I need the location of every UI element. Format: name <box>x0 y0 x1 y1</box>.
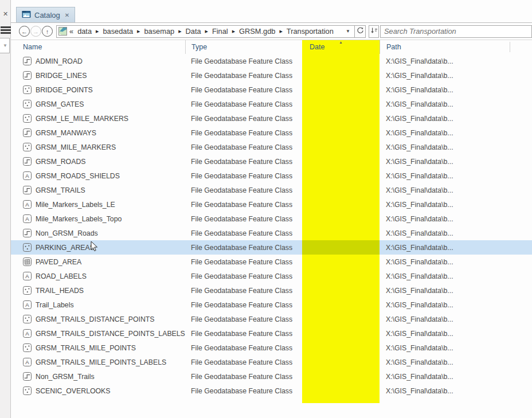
table-row[interactable]: PARKING_AREAS File Geodatabase Feature C… <box>11 240 532 255</box>
column-header-name[interactable]: Name <box>11 40 185 54</box>
table-row[interactable]: BRIDGE_LINES File Geodatabase Feature Cl… <box>11 68 532 83</box>
table-row[interactable]: GRSM_TRAILS_DISTANCE_POINTS File Geodata… <box>11 312 532 326</box>
annotation-feature-class-icon: A <box>23 358 32 366</box>
refresh-icon <box>357 26 364 37</box>
column-header-path[interactable]: Path <box>380 40 532 54</box>
breadcrumb-item[interactable]: data <box>77 27 92 36</box>
line-feature-class-icon <box>23 372 32 381</box>
table-row[interactable]: ATrail_Labels File Geodatabase Feature C… <box>11 298 532 312</box>
svg-text:A: A <box>25 330 29 337</box>
table-row[interactable]: Non_GRSM_Roads File Geodatabase Feature … <box>11 226 532 240</box>
breadcrumb-item[interactable]: Data <box>186 27 201 36</box>
left-dock-strip: ✕ ▼ <box>0 0 11 418</box>
up-button[interactable]: ↑ <box>42 26 53 37</box>
annotation-feature-class-icon: A <box>23 200 32 209</box>
breadcrumb-separator-icon: ▶ <box>279 29 282 34</box>
breadcrumb-item[interactable]: Final <box>212 27 228 36</box>
svg-text:A: A <box>25 173 29 179</box>
search-input[interactable] <box>380 25 532 38</box>
forward-button[interactable]: → <box>30 26 41 37</box>
svg-text:A: A <box>25 201 29 208</box>
column-divider <box>510 42 510 52</box>
breadcrumb-item[interactable]: Transportation <box>287 27 334 36</box>
annotation-feature-class-icon: A <box>23 214 32 223</box>
sort-order-button[interactable] <box>369 25 379 38</box>
menu-icon[interactable] <box>1 26 11 35</box>
annotation-feature-class-icon: A <box>23 329 32 338</box>
svg-text:A: A <box>25 216 29 222</box>
column-header-date[interactable]: Date ▲ <box>302 40 380 54</box>
sort-ascending-icon: ▲ <box>339 40 342 44</box>
line-feature-class-icon <box>23 186 32 194</box>
table-row[interactable]: Non_GRSM_Trails File Geodatabase Feature… <box>11 369 532 384</box>
line-feature-class-icon <box>23 229 32 237</box>
catalog-window: ✕ ▼ Catalog ✕ <box>0 0 532 418</box>
table-row[interactable]: ADMIN_ROAD File Geodatabase Feature Clas… <box>11 54 532 68</box>
polygon-feature-class-icon <box>23 257 32 266</box>
point-feature-class-icon <box>23 315 32 323</box>
svg-text:A: A <box>25 359 29 365</box>
line-feature-class-icon <box>23 128 32 137</box>
chevron-down-icon[interactable]: ▼ <box>346 29 352 34</box>
tab-close-icon[interactable]: ✕ <box>64 12 69 18</box>
annotation-feature-class-icon: A <box>23 300 32 309</box>
point-feature-class-icon <box>23 100 32 108</box>
table-body: ADMIN_ROAD File Geodatabase Feature Clas… <box>11 54 532 398</box>
breadcrumb-items: data▶basedata▶basemap▶Data▶Final▶GRSM.gd… <box>77 27 334 36</box>
line-feature-class-icon <box>23 71 32 80</box>
collapsed-combobox[interactable]: ▼ <box>0 38 10 53</box>
table-row[interactable]: GRSM_TRAILS File Geodatabase Feature Cla… <box>11 183 532 197</box>
breadcrumb-separator-icon: ▶ <box>205 29 208 34</box>
breadcrumb-item[interactable]: basemap <box>144 27 174 36</box>
table-row[interactable]: AGRSM_ROADS_SHIELDS File Geodatabase Fea… <box>11 169 532 183</box>
tab-label: Catalog <box>34 11 60 19</box>
point-feature-class-icon <box>23 243 32 252</box>
mouse-cursor-icon <box>91 241 98 254</box>
back-button[interactable]: ← <box>19 26 30 37</box>
breadcrumb[interactable]: « data▶basedata▶basemap▶Data▶Final▶GRSM.… <box>56 25 355 38</box>
table-row[interactable]: TRAIL_HEADS File Geodatabase Feature Cla… <box>11 283 532 298</box>
table-row[interactable]: AGRSM_TRAILS_DISTANCE_POINTS_LABELS File… <box>11 326 532 341</box>
tab-catalog[interactable]: Catalog ✕ <box>16 7 75 22</box>
breadcrumb-collapse[interactable]: « <box>69 27 73 36</box>
breadcrumb-separator-icon: ▶ <box>232 29 235 34</box>
line-feature-class-icon <box>23 57 32 65</box>
svg-text:A: A <box>25 302 29 308</box>
catalog-icon <box>22 10 31 20</box>
navigation-bar: ← → ↑ « data▶basedata▶basemap▶Data▶Final… <box>11 23 532 40</box>
sort-icon <box>370 26 378 37</box>
table-row[interactable]: GRSM_ROADS File Geodatabase Feature Clas… <box>11 154 532 169</box>
table-row[interactable]: GRSM_MILE_MARKERS File Geodatabase Featu… <box>11 140 532 154</box>
table-row[interactable]: AMile_Markers_Labels_LE File Geodatabase… <box>11 197 532 212</box>
line-feature-class-icon <box>23 157 32 166</box>
refresh-button[interactable] <box>354 25 366 38</box>
table-row[interactable]: PAVED_AREA File Geodatabase Feature Clas… <box>11 255 532 269</box>
table-row[interactable]: BRIDGE_POINTS File Geodatabase Feature C… <box>11 83 532 97</box>
table-row[interactable]: AMile_Markers_Labels_Topo File Geodataba… <box>11 212 532 226</box>
table-row[interactable]: AGRSM_TRAILS_MILE_POINTS_LABELS File Geo… <box>11 355 532 369</box>
table-row[interactable]: GRSM_MANWAYS File Geodatabase Feature Cl… <box>11 126 532 140</box>
point-feature-class-icon <box>23 114 32 123</box>
chevron-down-icon: ▼ <box>3 43 7 48</box>
table-header: Name Type Date ▲ Path <box>11 40 532 54</box>
table-row[interactable]: GRSM_GATES File Geodatabase Feature Clas… <box>11 97 532 111</box>
feature-dataset-icon <box>58 27 67 36</box>
column-header-type[interactable]: Type <box>185 40 302 54</box>
table-row[interactable]: GRSM_TRAILS_MILE_POINTS File Geodatabase… <box>11 341 532 355</box>
close-icon[interactable]: ✕ <box>1 10 10 18</box>
breadcrumb-item[interactable]: GRSM.gdb <box>239 27 275 36</box>
breadcrumb-item[interactable]: basedata <box>103 27 133 36</box>
point-feature-class-icon <box>23 386 32 395</box>
breadcrumb-separator-icon: ▶ <box>96 29 99 34</box>
table-row[interactable]: SCENIC_OVERLOOKS File Geodatabase Featur… <box>11 384 532 398</box>
breadcrumb-separator-icon: ▶ <box>178 29 181 34</box>
table-row[interactable]: GRSM_LE_MILE_MARKERS File Geodatabase Fe… <box>11 111 532 126</box>
point-feature-class-icon <box>23 143 32 151</box>
point-feature-class-icon <box>23 85 32 94</box>
annotation-feature-class-icon: A <box>23 272 32 280</box>
table-row[interactable]: AROAD_LABELS File Geodatabase Feature Cl… <box>11 269 532 283</box>
breadcrumb-separator-icon: ▶ <box>137 29 140 34</box>
point-feature-class-icon <box>23 286 32 295</box>
tab-bar: Catalog ✕ <box>11 0 532 23</box>
svg-text:A: A <box>25 273 29 279</box>
